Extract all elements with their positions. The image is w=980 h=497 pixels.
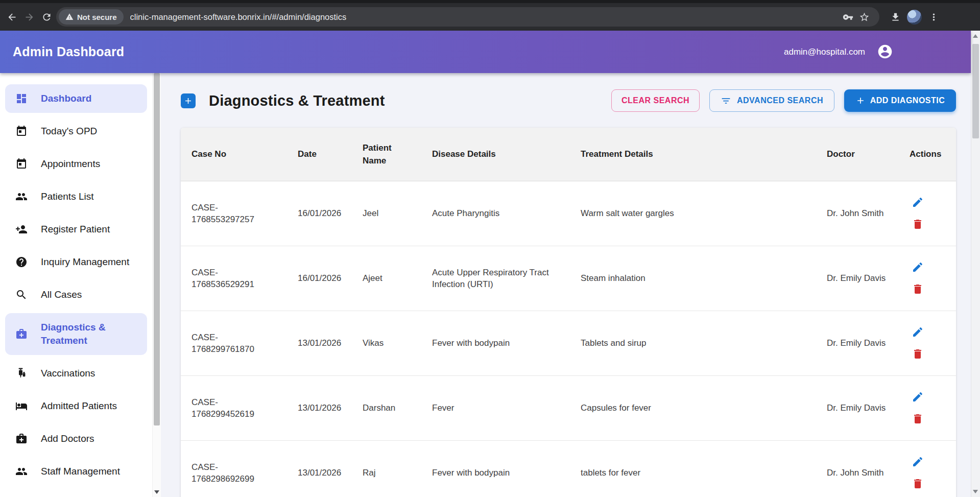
column-header-patient-name: Patient Name — [352, 128, 421, 181]
sidebar-scrollbar[interactable] — [152, 73, 161, 497]
sidebar-scroll-down-icon[interactable] — [154, 490, 159, 494]
column-header-disease-details: Disease Details — [421, 128, 570, 181]
page-scrollbar-thumb[interactable] — [972, 44, 979, 138]
cell-patient: Ajeet — [352, 246, 421, 311]
sidebar-item-vaccinations[interactable]: Vaccinations — [5, 359, 147, 388]
edit-button[interactable] — [911, 325, 924, 339]
password-key-button[interactable] — [840, 9, 856, 25]
people-icon — [15, 465, 28, 478]
filter-icon — [721, 96, 731, 106]
edit-button[interactable] — [911, 196, 924, 209]
web-page: Admin Dashboard admin@hospital.com Dashb… — [0, 31, 971, 497]
back-arrow-icon — [7, 12, 17, 22]
column-header-treatment-details: Treatment Details — [570, 128, 816, 181]
address-bar[interactable]: Not secure clinic-management-software.bo… — [56, 7, 879, 27]
cell-patient: Raj — [352, 440, 421, 497]
edit-icon — [912, 456, 924, 468]
cell-case-no: CASE-1768553297257 — [181, 181, 287, 246]
page-scroll-down-icon[interactable] — [973, 490, 978, 493]
main-content: Diagnostics & Treatment CLEAR SEARCH ADV… — [161, 73, 971, 497]
page-title: Diagnostics & Treatment — [209, 92, 385, 109]
cell-disease: Acute Pharyngitis — [421, 181, 570, 246]
reload-icon — [41, 12, 52, 22]
cell-disease: Acute Upper Respiratory Tract Infection … — [421, 246, 570, 311]
sidebar-item-diagnostics-treatment[interactable]: Diagnostics & Treatment — [5, 313, 147, 355]
sidebar-item-all-cases[interactable]: All Cases — [5, 280, 147, 309]
delete-button[interactable] — [911, 218, 924, 231]
delete-button[interactable] — [911, 412, 924, 425]
diagnostics-table: Case NoDatePatient NameDisease DetailsTr… — [181, 128, 956, 497]
calendar-icon — [15, 125, 28, 137]
bookmark-star-button[interactable] — [856, 9, 872, 25]
person-add-icon — [15, 223, 28, 235]
toolbar-right — [887, 8, 942, 26]
clear-search-button[interactable]: CLEAR SEARCH — [611, 89, 700, 112]
screen: Not secure clinic-management-software.bo… — [0, 0, 980, 497]
cell-treatment: tablets for fever — [570, 440, 816, 497]
browser-profile-avatar[interactable] — [907, 10, 922, 25]
cell-patient: Vikas — [352, 311, 421, 375]
add-diagnostic-button[interactable]: ADD DIAGNOSTIC — [844, 89, 956, 112]
main-header: Diagnostics & Treatment CLEAR SEARCH ADV… — [181, 89, 956, 112]
delete-icon — [912, 218, 924, 230]
cell-actions — [899, 246, 956, 311]
column-header-doctor: Doctor — [816, 128, 899, 181]
sidebar-item-today-s-opd[interactable]: Today's OPD — [5, 117, 147, 146]
sidebar-scrollbar-thumb[interactable] — [154, 73, 160, 425]
calendar-icon — [15, 158, 28, 170]
cell-treatment: Steam inhalation — [570, 246, 816, 311]
medical-plus-icon — [181, 93, 196, 108]
browser-back-button[interactable] — [3, 8, 20, 26]
table-row: CASE-176829869269913/01/2026RajFever wit… — [181, 440, 956, 497]
sidebar-item-register-patient[interactable]: Register Patient — [5, 215, 147, 244]
delete-button[interactable] — [911, 477, 924, 490]
cell-patient: Darshan — [352, 375, 421, 440]
diagnostics-table-card: Case NoDatePatient NameDisease DetailsTr… — [181, 128, 956, 497]
download-icon — [890, 12, 901, 22]
sidebar-item-appointments[interactable]: Appointments — [5, 150, 147, 178]
more-vert-icon — [928, 12, 939, 22]
sidebar-item-staff-management[interactable]: Staff Management — [5, 457, 147, 486]
table-row: CASE-176829976187013/01/2026VikasFever w… — [181, 311, 956, 375]
sidebar: DashboardToday's OPDAppointmentsPatients… — [0, 73, 152, 497]
security-chip[interactable]: Not secure — [59, 9, 124, 25]
delete-button[interactable] — [911, 347, 924, 361]
advanced-search-button[interactable]: ADVANCED SEARCH — [709, 89, 834, 112]
page-scroll-up-icon[interactable] — [973, 34, 978, 38]
sidebar-item-add-doctors[interactable]: Add Doctors — [5, 424, 147, 453]
account-menu-button[interactable] — [876, 43, 894, 61]
header-user: admin@hospital.com — [784, 43, 894, 61]
column-header-actions: Actions — [899, 128, 956, 181]
edit-icon — [912, 326, 924, 338]
page-scrollbar[interactable] — [971, 31, 980, 497]
edit-button[interactable] — [911, 390, 924, 404]
delete-button[interactable] — [911, 282, 924, 296]
sidebar-item-inquiry-management[interactable]: Inquiry Management — [5, 248, 147, 276]
edit-button[interactable] — [911, 455, 924, 468]
key-icon — [843, 12, 853, 22]
app-title: Admin Dashboard — [13, 44, 124, 59]
account-circle-icon — [877, 43, 893, 60]
cell-doctor: Dr. John Smith — [816, 181, 899, 246]
browser-forward-button[interactable] — [20, 8, 38, 26]
medical-bag-icon — [15, 328, 28, 340]
table-row: CASE-176853652929116/01/2026AjeetAcute U… — [181, 246, 956, 311]
bed-icon — [15, 400, 28, 412]
downloads-button[interactable] — [887, 8, 904, 26]
cell-case-no: CASE-1768299761870 — [181, 311, 287, 375]
sidebar-item-patients-list[interactable]: Patients List — [5, 182, 147, 211]
cell-date: 16/01/2026 — [287, 181, 352, 246]
delete-icon — [912, 413, 924, 425]
table-header-row: Case NoDatePatient NameDisease DetailsTr… — [181, 128, 956, 181]
search-icon — [15, 289, 28, 301]
app-header: Admin Dashboard admin@hospital.com — [0, 31, 971, 73]
cell-disease: Fever with bodypain — [421, 311, 570, 375]
column-header-case-no: Case No — [181, 128, 287, 181]
browser-menu-button[interactable] — [925, 8, 942, 26]
sidebar-item-dashboard[interactable]: Dashboard — [5, 84, 147, 113]
sidebar-item-admitted-patients[interactable]: Admitted Patients — [5, 392, 147, 420]
browser-reload-button[interactable] — [38, 8, 55, 26]
edit-button[interactable] — [911, 261, 924, 274]
delete-icon — [912, 283, 924, 295]
cell-doctor: Dr. Emily Davis — [816, 246, 899, 311]
